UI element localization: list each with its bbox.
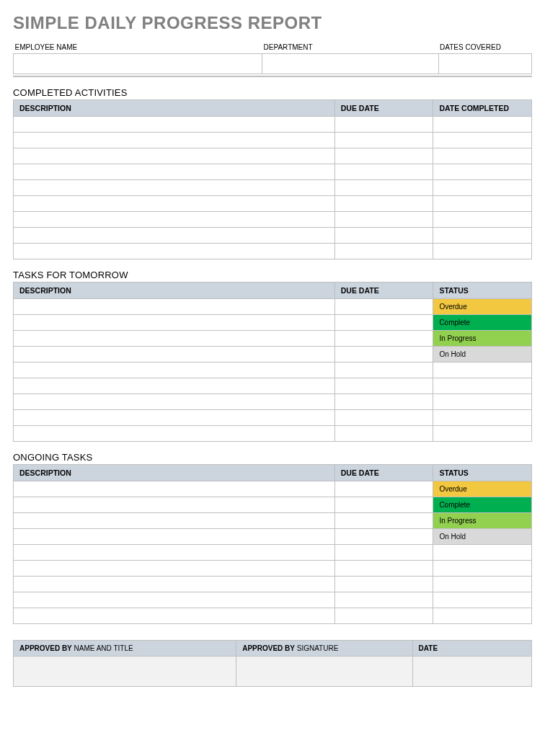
col-due-date: DUE DATE — [334, 282, 433, 298]
table-cell[interactable] — [433, 227, 532, 243]
col-status: STATUS — [433, 282, 532, 298]
table-cell[interactable] — [334, 298, 433, 314]
table-cell[interactable] — [433, 592, 532, 608]
approved-by-signature-input[interactable] — [236, 656, 412, 686]
table-cell[interactable] — [14, 409, 335, 425]
table-cell[interactable] — [14, 497, 335, 512]
dates-label: DATES COVERED — [438, 43, 531, 53]
table-cell[interactable] — [334, 211, 433, 227]
table-cell[interactable] — [433, 576, 532, 592]
ongoing-table: DESCRIPTION DUE DATE STATUS OverdueCompl… — [13, 464, 532, 624]
table-cell[interactable] — [433, 243, 532, 259]
table-cell[interactable] — [334, 330, 433, 346]
table-cell[interactable] — [433, 211, 532, 227]
table-cell[interactable] — [433, 362, 532, 378]
status-cell-onhold[interactable]: On Hold — [433, 528, 532, 544]
table-cell[interactable] — [14, 592, 335, 608]
table-cell[interactable] — [433, 116, 532, 132]
table-cell[interactable] — [334, 314, 433, 330]
table-cell[interactable] — [14, 227, 335, 243]
status-cell-overdue[interactable]: Overdue — [433, 481, 532, 497]
col-description: DESCRIPTION — [14, 282, 335, 298]
table-cell[interactable] — [334, 592, 433, 608]
status-cell-complete[interactable]: Complete — [433, 314, 532, 330]
table-cell[interactable] — [14, 346, 335, 362]
col-due-date: DUE DATE — [334, 464, 433, 481]
status-cell-inprog[interactable]: In Progress — [433, 330, 532, 346]
table-cell[interactable] — [14, 116, 335, 132]
table-cell[interactable] — [334, 560, 433, 576]
table-cell[interactable] — [334, 243, 433, 259]
table-cell[interactable] — [433, 425, 532, 441]
table-cell[interactable] — [334, 378, 433, 393]
status-cell-onhold[interactable]: On Hold — [433, 346, 532, 362]
approved-by-name-input[interactable] — [14, 656, 236, 686]
page-title: SIMPLE DAILY PROGRESS REPORT — [13, 13, 532, 33]
status-cell-overdue[interactable]: Overdue — [433, 298, 532, 314]
table-cell[interactable] — [334, 409, 433, 425]
table-cell[interactable] — [433, 560, 532, 576]
table-cell[interactable] — [433, 544, 532, 560]
completed-table: DESCRIPTION DUE DATE DATE COMPLETED — [13, 99, 532, 259]
table-cell[interactable] — [14, 362, 335, 378]
department-input[interactable] — [262, 53, 438, 74]
table-cell[interactable] — [14, 298, 335, 314]
table-cell[interactable] — [433, 393, 532, 409]
table-cell[interactable] — [14, 576, 335, 592]
table-cell[interactable] — [14, 195, 335, 211]
table-cell[interactable] — [433, 409, 532, 425]
table-cell[interactable] — [14, 330, 335, 346]
table-cell[interactable] — [14, 132, 335, 148]
status-cell-complete[interactable]: Complete — [433, 497, 532, 512]
table-cell[interactable] — [14, 512, 335, 528]
table-cell[interactable] — [334, 544, 433, 560]
table-cell[interactable] — [334, 195, 433, 211]
table-cell[interactable] — [334, 425, 433, 441]
table-cell[interactable] — [334, 497, 433, 512]
table-cell[interactable] — [334, 481, 433, 497]
table-cell[interactable] — [14, 179, 335, 195]
approval-date-input[interactable] — [412, 656, 531, 686]
table-cell[interactable] — [433, 608, 532, 623]
table-cell[interactable] — [334, 132, 433, 148]
table-cell[interactable] — [14, 211, 335, 227]
table-cell[interactable] — [14, 243, 335, 259]
table-cell[interactable] — [334, 227, 433, 243]
ongoing-title: ONGOING TASKS — [13, 452, 532, 463]
table-cell[interactable] — [14, 608, 335, 623]
status-cell-inprog[interactable]: In Progress — [433, 512, 532, 528]
table-cell[interactable] — [334, 393, 433, 409]
employee-input[interactable] — [14, 53, 262, 74]
table-cell[interactable] — [14, 528, 335, 544]
table-cell[interactable] — [433, 164, 532, 179]
approved-by-signature-header: APPROVED BY SIGNATURE — [236, 640, 412, 656]
table-cell[interactable] — [334, 512, 433, 528]
approval-table: APPROVED BY NAME AND TITLE APPROVED BY S… — [13, 640, 532, 687]
table-cell[interactable] — [14, 560, 335, 576]
approved-by-name-header: APPROVED BY NAME AND TITLE — [14, 640, 236, 656]
table-cell[interactable] — [334, 346, 433, 362]
table-cell[interactable] — [14, 544, 335, 560]
table-cell[interactable] — [14, 425, 335, 441]
table-cell[interactable] — [334, 148, 433, 164]
table-cell[interactable] — [334, 179, 433, 195]
table-cell[interactable] — [334, 362, 433, 378]
table-cell[interactable] — [14, 378, 335, 393]
dates-input[interactable] — [438, 53, 531, 74]
table-cell[interactable] — [334, 164, 433, 179]
table-cell[interactable] — [334, 576, 433, 592]
table-cell[interactable] — [14, 314, 335, 330]
table-cell[interactable] — [14, 481, 335, 497]
table-cell[interactable] — [14, 164, 335, 179]
table-cell[interactable] — [433, 179, 532, 195]
table-cell[interactable] — [334, 528, 433, 544]
table-cell[interactable] — [14, 393, 335, 409]
table-cell[interactable] — [433, 195, 532, 211]
table-cell[interactable] — [433, 148, 532, 164]
table-cell[interactable] — [334, 116, 433, 132]
table-cell[interactable] — [14, 148, 335, 164]
employee-label: EMPLOYEE NAME — [14, 43, 262, 53]
table-cell[interactable] — [433, 132, 532, 148]
table-cell[interactable] — [334, 608, 433, 623]
table-cell[interactable] — [433, 378, 532, 393]
